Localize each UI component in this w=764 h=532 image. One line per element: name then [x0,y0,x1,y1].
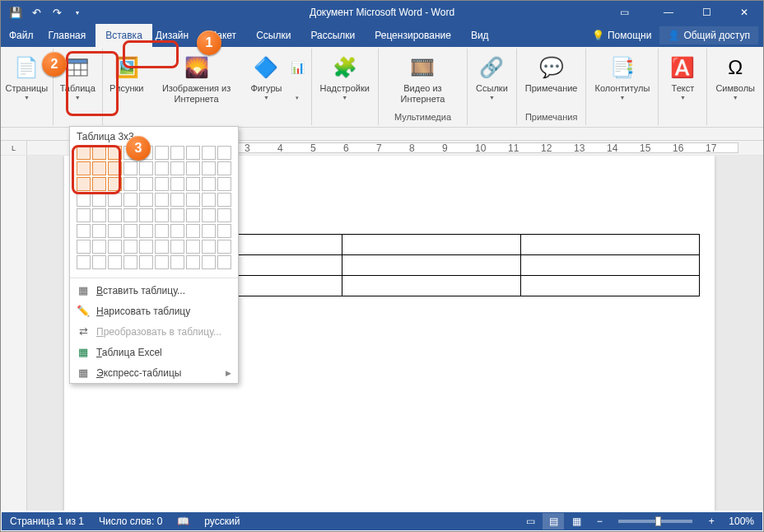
comment-button[interactable]: 💬Примечание [520,50,583,112]
tab-review[interactable]: Рецензирование [365,24,461,47]
tell-me-button[interactable]: 💡Помощни [585,26,658,44]
minimize-button[interactable]: — [650,1,687,24]
text-button[interactable]: 🅰️Текст▼ [662,50,703,112]
draw-table-item[interactable]: ✏️Нарисовать таблицу [70,301,238,321]
grid-cell[interactable] [123,240,137,254]
grid-cell[interactable] [186,161,200,175]
grid-cell[interactable] [92,161,106,175]
shapes-button[interactable]: 🔷Фигуры▼ [245,50,286,122]
grid-cell[interactable] [92,255,106,269]
pictures-button[interactable]: 🖼️Рисунки [106,50,147,122]
grid-cell[interactable] [170,161,184,175]
grid-cell[interactable] [217,193,231,207]
tab-file[interactable]: Файл [4,24,39,47]
qat-more-button[interactable]: ▾ [68,2,87,22]
grid-cell[interactable] [155,161,169,175]
grid-cell[interactable] [202,177,216,191]
links-button[interactable]: 🔗Ссылки▼ [471,50,513,112]
grid-cell[interactable] [139,208,153,222]
grid-cell[interactable] [202,193,216,207]
document-table[interactable] [163,234,700,296]
tab-insert[interactable]: Вставка [96,24,152,47]
tab-references[interactable]: Ссылки [246,24,300,47]
grid-cell[interactable] [139,161,153,175]
share-button[interactable]: 👤Общий доступ [659,26,758,44]
excel-table-item[interactable]: ▦Таблица Excel [70,342,238,362]
grid-cell[interactable] [170,146,184,160]
grid-cell[interactable] [108,255,122,269]
grid-cell[interactable] [108,146,122,160]
grid-cell[interactable] [217,240,231,254]
grid-cell[interactable] [139,255,153,269]
grid-cell[interactable] [186,224,200,238]
grid-cell[interactable] [170,177,184,191]
grid-cell[interactable] [170,255,184,269]
online-video-button[interactable]: 🎞️Видео из Интернета [382,50,464,112]
status-page[interactable]: Страница 1 из 1 [10,516,84,527]
tab-view[interactable]: Вид [461,24,499,47]
grid-cell[interactable] [155,255,169,269]
grid-cell[interactable] [108,193,122,207]
zoom-out-button[interactable]: − [589,513,610,530]
status-word-count[interactable]: Число слов: 0 [99,516,162,527]
grid-cell[interactable] [155,177,169,191]
grid-cell[interactable] [155,146,169,160]
grid-cell[interactable] [170,193,184,207]
grid-cell[interactable] [170,240,184,254]
grid-cell[interactable] [170,208,184,222]
web-layout-button[interactable]: ▦ [566,513,587,530]
grid-cell[interactable] [217,146,231,160]
grid-cell[interactable] [108,161,122,175]
illustrations-more-button[interactable]: 📊 ▾ [286,50,307,122]
undo-button[interactable]: ↶ [26,2,46,22]
tab-home[interactable]: Главная [39,24,96,47]
grid-cell[interactable] [139,224,153,238]
grid-cell[interactable] [108,224,122,238]
header-footer-button[interactable]: 📑Колонтитулы▼ [589,50,655,112]
ribbon-options-icon[interactable]: ▭ [605,1,643,24]
grid-cell[interactable] [155,240,169,254]
zoom-in-button[interactable]: + [701,513,722,530]
table-row[interactable] [164,255,700,276]
grid-cell[interactable] [92,146,106,160]
tab-mailings[interactable]: Рассылки [300,24,365,47]
grid-cell[interactable] [202,224,216,238]
maximize-button[interactable]: ☐ [687,1,725,24]
grid-cell[interactable] [217,177,231,191]
zoom-slider[interactable] [618,520,692,523]
grid-cell[interactable] [139,240,153,254]
grid-cell[interactable] [186,208,200,222]
read-mode-button[interactable]: ▭ [519,513,541,530]
grid-cell[interactable] [108,240,122,254]
online-images-button[interactable]: 🌄Изображения из Интернета [147,50,246,122]
addins-button[interactable]: 🧩Надстройки▼ [315,50,375,112]
grid-cell[interactable] [108,177,122,191]
grid-cell[interactable] [155,208,169,222]
grid-cell[interactable] [77,146,91,160]
grid-cell[interactable] [77,193,91,207]
grid-cell[interactable] [92,240,106,254]
grid-cell[interactable] [77,224,91,238]
table-size-grid[interactable] [70,146,238,276]
insert-table-item[interactable]: ▦ВВставить таблицу...ставить таблицу... [70,280,238,301]
grid-cell[interactable] [202,240,216,254]
grid-cell[interactable] [217,224,231,238]
grid-cell[interactable] [202,208,216,222]
grid-cell[interactable] [170,224,184,238]
grid-cell[interactable] [77,208,91,222]
zoom-level[interactable]: 100% [729,516,754,527]
vertical-ruler[interactable] [1,156,27,511]
grid-cell[interactable] [123,161,137,175]
grid-cell[interactable] [77,161,91,175]
grid-cell[interactable] [77,255,91,269]
grid-cell[interactable] [123,208,137,222]
grid-cell[interactable] [139,193,153,207]
grid-cell[interactable] [139,177,153,191]
tab-design[interactable]: Дизайн [152,24,198,47]
grid-cell[interactable] [186,177,200,191]
grid-cell[interactable] [108,208,122,222]
grid-cell[interactable] [217,255,231,269]
grid-cell[interactable] [92,224,106,238]
grid-cell[interactable] [77,240,91,254]
grid-cell[interactable] [92,193,106,207]
